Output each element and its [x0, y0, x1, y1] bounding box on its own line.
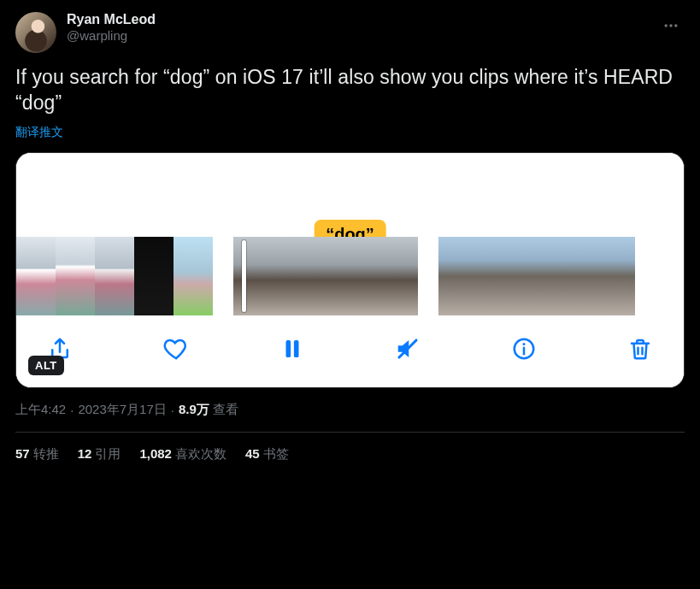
heart-icon — [163, 336, 189, 362]
pause-icon — [279, 336, 305, 362]
thumbnail — [517, 237, 556, 315]
quotes-count: 12 — [78, 446, 92, 461]
mute-icon — [395, 336, 421, 362]
retweets-stat[interactable]: 57转推 — [15, 446, 59, 462]
video-timeline-strip[interactable] — [16, 237, 684, 315]
likes-label: 喜欢次数 — [175, 446, 226, 461]
retweets-label: 转推 — [33, 446, 59, 461]
clip-group-1[interactable] — [16, 237, 213, 315]
ellipsis-icon — [662, 17, 679, 34]
thumbnail — [174, 237, 213, 315]
thumbnail — [556, 237, 596, 315]
post-time: 上午4:42 — [15, 402, 66, 418]
retweets-count: 57 — [15, 446, 30, 461]
tweet-header: Ryan McLeod @warpling — [15, 12, 685, 53]
thumbnail — [295, 237, 356, 315]
separator-dot: · — [171, 403, 174, 417]
mute-button[interactable] — [393, 334, 422, 363]
svg-point-7 — [523, 343, 526, 345]
author-name: Ryan McLeod — [67, 12, 657, 27]
views-label: 查看 — [213, 402, 238, 418]
tweet-metadata[interactable]: 上午4:42 · 2023年7月17日 · 8.9万 查看 — [15, 402, 685, 418]
pause-button[interactable] — [278, 334, 307, 363]
quotes-stat[interactable]: 12引用 — [78, 446, 121, 462]
svg-point-2 — [674, 24, 677, 27]
thumbnail — [16, 237, 56, 315]
info-icon — [511, 336, 537, 362]
delete-button[interactable] — [626, 334, 655, 363]
svg-point-1 — [669, 24, 672, 27]
author-identity[interactable]: Ryan McLeod @warpling — [67, 12, 657, 43]
alt-badge[interactable]: ALT — [28, 356, 64, 375]
thumbnail — [478, 237, 517, 315]
media-attachment[interactable]: “dog” — [15, 152, 685, 388]
bookmarks-stat[interactable]: 45书签 — [245, 446, 289, 462]
media-toolbar — [16, 315, 684, 387]
post-date: 2023年7月17日 — [78, 402, 166, 418]
svg-point-0 — [665, 24, 668, 27]
thumbnail — [134, 237, 174, 315]
author-handle: @warpling — [67, 28, 657, 43]
thumbnail — [56, 237, 95, 315]
clip-group-2[interactable] — [233, 237, 418, 315]
playhead-indicator[interactable] — [242, 240, 246, 312]
info-button[interactable] — [509, 334, 538, 363]
like-button[interactable] — [162, 334, 191, 363]
bookmarks-count: 45 — [245, 446, 260, 461]
translate-link[interactable]: 翻译推文 — [15, 125, 63, 140]
clip-group-3[interactable] — [438, 237, 635, 315]
tweet-text: If you search for “dog” on iOS 17 it’ll … — [15, 65, 685, 116]
svg-rect-3 — [285, 340, 291, 357]
tweet-container: Ryan McLeod @warpling If you search for … — [0, 0, 700, 462]
thumbnail — [438, 237, 478, 315]
thumbnail — [95, 237, 134, 315]
thumbnail — [596, 237, 635, 315]
bookmarks-label: 书签 — [263, 446, 289, 461]
separator-dot: · — [70, 403, 74, 417]
views-count: 8.9万 — [179, 402, 209, 418]
svg-rect-4 — [293, 340, 298, 357]
avatar[interactable] — [15, 12, 56, 53]
likes-count: 1,082 — [139, 446, 172, 461]
thumbnail — [356, 237, 418, 315]
stats-row: 57转推 12引用 1,082喜欢次数 45书签 — [15, 433, 685, 462]
trash-icon — [627, 336, 653, 362]
likes-stat[interactable]: 1,082喜欢次数 — [139, 446, 226, 462]
quotes-label: 引用 — [95, 446, 121, 461]
more-options-button[interactable] — [657, 12, 685, 39]
